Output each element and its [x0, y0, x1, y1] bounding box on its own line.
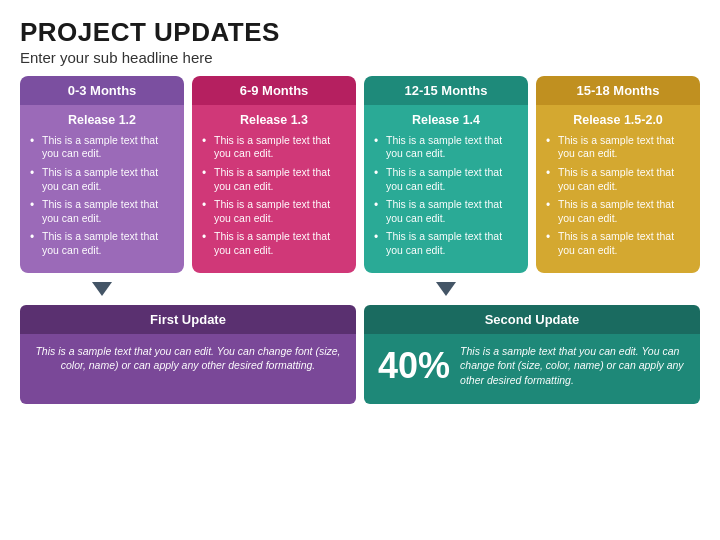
- col1-bullet-list: This is a sample text that you can edit.…: [30, 134, 174, 258]
- list-item: This is a sample text that you can edit.: [374, 166, 518, 193]
- col1-header: 0-3 Months: [20, 76, 184, 105]
- first-update-body: This is a sample text that you can edit.…: [20, 334, 356, 404]
- second-update-card: Second Update 40% This is a sample text …: [364, 305, 700, 404]
- bottom-row: First Update This is a sample text that …: [20, 305, 700, 404]
- list-item: This is a sample text that you can edit.: [546, 134, 690, 161]
- list-item: This is a sample text that you can edit.: [202, 198, 346, 225]
- arrow-down-icon: [92, 282, 112, 296]
- list-item: This is a sample text that you can edit.: [30, 198, 174, 225]
- page-subtitle: Enter your sub headline here: [20, 49, 700, 66]
- column-12-15-months: 12-15 Months Release 1.4 This is a sampl…: [364, 76, 528, 273]
- list-item: This is a sample text that you can edit.: [202, 230, 346, 257]
- col3-header: 12-15 Months: [364, 76, 528, 105]
- first-update-text: This is a sample text that you can edit.…: [34, 344, 342, 373]
- arrow-cell-4: [536, 279, 700, 299]
- col1-body: Release 1.2 This is a sample text that y…: [20, 105, 184, 273]
- col3-bullet-list: This is a sample text that you can edit.…: [374, 134, 518, 258]
- col2-bullet-list: This is a sample text that you can edit.…: [202, 134, 346, 258]
- col4-bullet-list: This is a sample text that you can edit.…: [546, 134, 690, 258]
- list-item: This is a sample text that you can edit.: [374, 230, 518, 257]
- col3-release: Release 1.4: [374, 113, 518, 127]
- list-item: This is a sample text that you can edit.: [546, 166, 690, 193]
- arrow-cell-2: [192, 279, 356, 299]
- first-update-header: First Update: [20, 305, 356, 334]
- arrows-row: [20, 279, 700, 299]
- arrow-cell-1: [20, 279, 184, 299]
- col4-header: 15-18 Months: [536, 76, 700, 105]
- list-item: This is a sample text that you can edit.: [30, 166, 174, 193]
- list-item: This is a sample text that you can edit.: [202, 166, 346, 193]
- list-item: This is a sample text that you can edit.: [202, 134, 346, 161]
- column-6-9-months: 6-9 Months Release 1.3 This is a sample …: [192, 76, 356, 273]
- list-item: This is a sample text that you can edit.: [30, 134, 174, 161]
- col2-header: 6-9 Months: [192, 76, 356, 105]
- col3-body: Release 1.4 This is a sample text that y…: [364, 105, 528, 273]
- second-update-body: 40% This is a sample text that you can e…: [364, 334, 700, 404]
- list-item: This is a sample text that you can edit.: [374, 134, 518, 161]
- first-update-card: First Update This is a sample text that …: [20, 305, 356, 404]
- arrow-cell-3: [364, 279, 528, 299]
- percentage-value: 40%: [378, 348, 450, 384]
- col4-release: Release 1.5-2.0: [546, 113, 690, 127]
- col4-body: Release 1.5-2.0 This is a sample text th…: [536, 105, 700, 273]
- column-0-3-months: 0-3 Months Release 1.2 This is a sample …: [20, 76, 184, 273]
- page-title: PROJECT UPDATES: [20, 18, 700, 47]
- col2-body: Release 1.3 This is a sample text that y…: [192, 105, 356, 273]
- arrow-down-icon: [436, 282, 456, 296]
- list-item: This is a sample text that you can edit.: [374, 198, 518, 225]
- col1-release: Release 1.2: [30, 113, 174, 127]
- list-item: This is a sample text that you can edit.: [546, 198, 690, 225]
- col2-release: Release 1.3: [202, 113, 346, 127]
- list-item: This is a sample text that you can edit.: [30, 230, 174, 257]
- list-item: This is a sample text that you can edit.: [546, 230, 690, 257]
- second-update-text: This is a sample text that you can edit.…: [460, 344, 686, 388]
- column-15-18-months: 15-18 Months Release 1.5-2.0 This is a s…: [536, 76, 700, 273]
- second-update-header: Second Update: [364, 305, 700, 334]
- top-columns: 0-3 Months Release 1.2 This is a sample …: [20, 76, 700, 273]
